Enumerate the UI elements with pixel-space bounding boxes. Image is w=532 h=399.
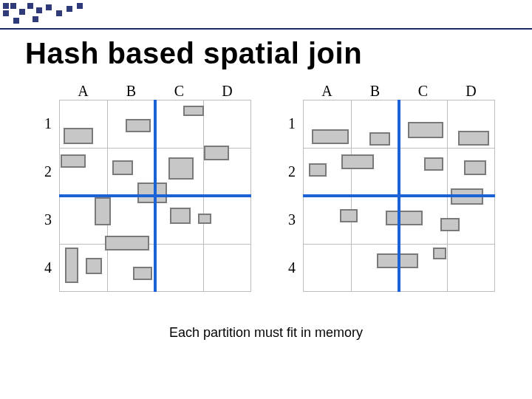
spatial-object xyxy=(170,208,191,224)
decoration-square xyxy=(10,3,16,9)
spatial-object xyxy=(95,197,111,225)
col-label: D xyxy=(447,83,495,100)
decoration-square xyxy=(66,6,72,12)
spatial-object xyxy=(433,248,446,259)
decoration-square xyxy=(46,4,52,10)
spatial-object xyxy=(312,129,349,144)
decoration-square xyxy=(13,18,19,24)
row-label: 4 xyxy=(37,244,59,292)
spatial-grid-left: ABCD1234 xyxy=(37,83,251,292)
spatial-object xyxy=(61,154,86,168)
spatial-object xyxy=(464,160,486,175)
row-label: 1 xyxy=(37,100,59,148)
hash-grid xyxy=(59,100,251,292)
column-labels: ABCD xyxy=(303,83,495,100)
spatial-object xyxy=(341,154,374,169)
row-labels: 1234 xyxy=(281,100,303,292)
decoration-square xyxy=(19,9,25,15)
row-label: 4 xyxy=(281,244,303,292)
spatial-object xyxy=(198,214,211,224)
hash-grid xyxy=(303,100,495,292)
partition-horizontal-line xyxy=(303,194,495,197)
row-label: 1 xyxy=(281,100,303,148)
spatial-object xyxy=(64,128,93,144)
col-label: A xyxy=(303,83,351,100)
row-label: 3 xyxy=(281,196,303,244)
spatial-object xyxy=(458,131,489,146)
slide-corner-decoration xyxy=(3,3,92,28)
spatial-grids-container: ABCD1234ABCD1234 xyxy=(37,83,495,292)
spatial-object xyxy=(133,267,152,280)
decoration-square xyxy=(3,10,9,16)
col-label: B xyxy=(107,83,155,100)
slide-title: Hash based spatial join xyxy=(25,37,362,70)
row-labels: 1234 xyxy=(37,100,59,292)
col-label: A xyxy=(59,83,107,100)
col-label: C xyxy=(155,83,203,100)
decoration-square xyxy=(27,3,33,9)
spatial-object xyxy=(386,211,423,225)
decoration-square xyxy=(3,3,9,9)
spatial-object xyxy=(408,122,443,138)
column-labels: ABCD xyxy=(59,83,251,100)
row-label: 2 xyxy=(37,148,59,196)
spatial-object xyxy=(424,157,443,171)
spatial-object xyxy=(204,146,229,160)
slide-caption: Each partition must fit in memory xyxy=(0,325,532,341)
spatial-object xyxy=(168,157,194,180)
spatial-object xyxy=(340,209,358,222)
col-label: B xyxy=(351,83,399,100)
spatial-object xyxy=(369,132,390,146)
decoration-square xyxy=(77,3,83,9)
spatial-object xyxy=(105,236,149,250)
row-label: 3 xyxy=(37,196,59,244)
decoration-square xyxy=(36,7,42,13)
spatial-object xyxy=(440,218,460,231)
spatial-object xyxy=(65,248,78,283)
spatial-grid-right: ABCD1234 xyxy=(281,83,495,292)
title-underline xyxy=(0,28,532,30)
row-label: 2 xyxy=(281,148,303,196)
col-label: C xyxy=(399,83,447,100)
spatial-object xyxy=(86,258,102,274)
col-label: D xyxy=(203,83,251,100)
spatial-object xyxy=(137,183,167,203)
spatial-object xyxy=(112,160,133,175)
partition-horizontal-line xyxy=(59,194,251,197)
spatial-object xyxy=(309,163,327,177)
decoration-square xyxy=(56,10,62,16)
spatial-object xyxy=(183,106,204,116)
decoration-square xyxy=(33,16,38,22)
spatial-object xyxy=(126,119,151,132)
